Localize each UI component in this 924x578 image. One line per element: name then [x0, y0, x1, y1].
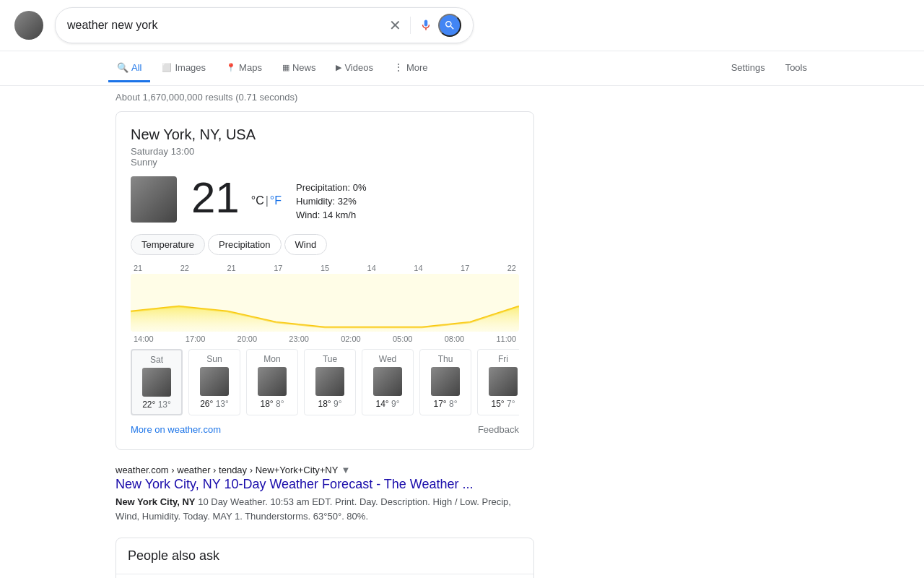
chart-area [131, 274, 519, 332]
day-temps-1: 26° 13° [200, 399, 229, 409]
weather-icon-image [131, 176, 177, 223]
paa-title: People also ask [116, 538, 533, 574]
search-result: weather.com › weather › tenday › New+Yor… [116, 465, 534, 523]
temperature-units: °C | °F [251, 189, 282, 207]
humidity-detail: Humidity: 32% [296, 196, 367, 207]
day-high-6: 15° [492, 399, 505, 409]
day-icon-6 [489, 367, 518, 396]
svg-marker-0 [131, 306, 519, 332]
day-low-6: 7° [507, 399, 515, 409]
weather-temperature: 21 [191, 176, 240, 220]
news-icon: ▦ [282, 63, 289, 72]
tab-maps[interactable]: 📍 Maps [217, 55, 271, 82]
search-button[interactable] [438, 14, 461, 37]
result-url: weather.com › weather › tenday › New+Yor… [116, 465, 338, 475]
tools-link[interactable]: Tools [777, 55, 816, 82]
day-high-4: 14° [376, 399, 389, 409]
weather-location: New York, NY, USA [131, 126, 519, 143]
chart-tabs: Temperature Precipitation Wind [131, 234, 519, 255]
day-item-6[interactable]: Fri 15° 7° [477, 349, 519, 415]
day-low-3: 9° [334, 399, 341, 409]
maps-icon: 📍 [226, 63, 236, 72]
day-icon-1 [200, 367, 229, 396]
wind-detail: Wind: 14 km/h [296, 210, 367, 220]
day-low-2: 8° [276, 399, 284, 409]
result-snippet-strong: New York City, NY [116, 496, 196, 507]
day-low-4: 9° [391, 399, 399, 409]
chart-temp-labels: 21 22 21 17 15 14 14 17 22 [131, 264, 519, 272]
result-breadcrumb: weather.com › weather › tenday › New+Yor… [116, 465, 534, 475]
search-input[interactable] [67, 19, 383, 32]
clear-button[interactable]: ✕ [389, 17, 401, 34]
precipitation-detail: Precipitation: 0% [296, 182, 367, 193]
day-item-0[interactable]: Sat 22° 13° [131, 349, 183, 415]
result-title[interactable]: New York City, NY 10-Day Weather Forecas… [116, 477, 534, 492]
day-item-2[interactable]: Mon 18° 8° [246, 349, 298, 415]
search-icon: 🔍 [117, 62, 128, 73]
result-snippet: New York City, NY 10 Day Weather. 10:53 … [116, 495, 534, 523]
avatar [14, 11, 43, 40]
temperature-chart: 21 22 21 17 15 14 14 17 22 [131, 264, 519, 343]
day-name-4: Wed [379, 354, 396, 364]
nav-bar: 🔍 All ⬜ Images 📍 Maps ▦ News ▶ Videos ⋮ … [0, 51, 924, 86]
chart-svg [131, 274, 519, 332]
weather-time: Saturday 13:00 [131, 146, 519, 157]
tab-videos[interactable]: ▶ Videos [327, 55, 382, 82]
tab-all[interactable]: 🔍 All [108, 55, 150, 82]
feedback-link[interactable]: Feedback [478, 424, 519, 435]
day-low-0: 13° [158, 400, 171, 410]
day-item-1[interactable]: Sun 26° 13° [188, 349, 240, 415]
paa-item-0[interactable]: What is the coldest month in New York? ⌄ [116, 574, 533, 578]
chart-tab-wind[interactable]: Wind [284, 234, 328, 255]
header: ✕ [0, 0, 924, 51]
day-high-0: 22° [142, 400, 155, 410]
weather-temperature-display: 21 °C | °F [191, 176, 282, 220]
weather-card: New York, NY, USA Saturday 13:00 Sunny 2… [116, 111, 534, 450]
microphone-button[interactable] [419, 19, 432, 32]
day-icon-4 [373, 367, 402, 396]
fahrenheit-unit[interactable]: °F [270, 194, 282, 207]
weather-main: 21 °C | °F Precipitation: 0% Humidity: 3… [131, 176, 519, 223]
celsius-unit[interactable]: °C [251, 194, 264, 207]
breadcrumb-dropdown[interactable]: ▼ [341, 465, 350, 475]
avatar-image [14, 11, 43, 40]
day-low-1: 13° [216, 399, 229, 409]
chart-time-labels: 14:00 17:00 20:00 23:00 02:00 05:00 08:0… [131, 335, 519, 343]
day-icon-0 [142, 368, 171, 397]
chart-tab-temperature[interactable]: Temperature [131, 234, 205, 255]
tab-images[interactable]: ⬜ Images [153, 55, 214, 82]
chart-tab-precipitation[interactable]: Precipitation [208, 234, 282, 255]
weather-details: Precipitation: 0% Humidity: 32% Wind: 14… [296, 176, 367, 220]
day-name-6: Fri [498, 354, 508, 364]
day-temps-6: 15° 7° [492, 399, 515, 409]
day-item-4[interactable]: Wed 14° 9° [362, 349, 414, 415]
day-name-2: Mon [263, 354, 280, 364]
day-icon-2 [258, 367, 287, 396]
tab-more[interactable]: ⋮ More [385, 54, 437, 82]
day-high-5: 17° [434, 399, 447, 409]
videos-icon: ▶ [336, 63, 341, 72]
day-temps-5: 17° 8° [434, 399, 458, 409]
people-also-ask-card: People also ask What is the coldest mont… [116, 538, 534, 578]
day-low-5: 8° [449, 399, 457, 409]
weather-footer: More on weather.com Feedback [131, 424, 519, 435]
search-bar: ✕ [55, 7, 474, 43]
day-item-5[interactable]: Thu 17° 8° [419, 349, 471, 415]
more-icon: ⋮ [393, 61, 404, 73]
day-name-5: Thu [438, 354, 453, 364]
day-high-1: 26° [200, 399, 213, 409]
day-name-3: Tue [323, 354, 337, 364]
day-item-3[interactable]: Tue 18° 9° [304, 349, 356, 415]
tab-news[interactable]: ▦ News [274, 55, 325, 82]
settings-link[interactable]: Settings [723, 55, 774, 82]
day-temps-4: 14° 9° [376, 399, 400, 409]
day-temps-2: 18° 8° [261, 399, 284, 409]
more-on-weather-link[interactable]: More on weather.com [131, 424, 221, 435]
day-temps-0: 22° 13° [142, 400, 171, 410]
day-name-0: Sat [150, 355, 163, 365]
day-temps-3: 18° 9° [318, 399, 342, 409]
day-icon-3 [315, 367, 344, 396]
day-high-2: 18° [261, 399, 274, 409]
images-icon: ⬜ [162, 63, 172, 72]
daily-forecast: Sat 22° 13° Sun 26° 13° Mon 18° 8° Tue 1… [131, 349, 519, 415]
